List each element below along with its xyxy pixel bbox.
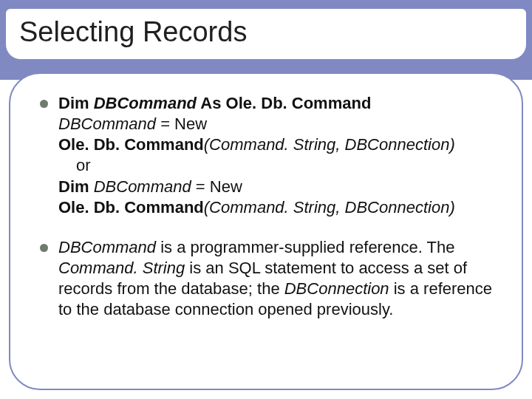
code-ident: DBCommand: [94, 177, 191, 196]
code-type: As Ole. Db. Command: [197, 94, 371, 112]
bullet-dot-icon: [40, 100, 48, 108]
code-keyword: Dim: [58, 94, 94, 112]
code-ident: DBCommand: [58, 115, 156, 133]
bullet-dot-icon: [40, 244, 48, 252]
bullet-item-2: DBCommand is a programmer-supplied refer…: [40, 237, 497, 321]
term-dbconnection: DBConnection: [284, 279, 389, 298]
bullet-list: Dim DBCommand As Ole. Db. Command DBComm…: [40, 93, 497, 340]
bullet-body: DBCommand is a programmer-supplied refer…: [58, 237, 497, 321]
bullet-body: Dim DBCommand As Ole. Db. Command DBComm…: [58, 93, 497, 218]
content-box: Dim DBCommand As Ole. Db. Command DBComm…: [9, 72, 523, 390]
term-dbcommand: DBCommand: [58, 238, 156, 256]
code-type: Ole. Db. Command: [58, 198, 204, 216]
code-type: Ole. Db. Command: [58, 135, 204, 154]
code-args: (Command. String, DBConnection): [204, 198, 455, 216]
slide-title: Selecting Records: [19, 16, 513, 48]
code-or: or: [58, 155, 497, 176]
explain-text: is a programmer-supplied reference. The: [156, 238, 454, 256]
code-args: (Command. String, DBConnection): [204, 135, 455, 154]
code-keyword: Dim: [58, 177, 94, 196]
title-plate: Selecting Records: [6, 9, 526, 59]
code-assign: = New: [156, 115, 207, 133]
code-assign: = New: [191, 177, 242, 196]
term-commandstring: Command. String: [58, 259, 185, 277]
bullet-item-1: Dim DBCommand As Ole. Db. Command DBComm…: [40, 93, 497, 218]
code-ident: DBCommand: [94, 94, 197, 112]
slide: Selecting Records Dim DBCommand As Ole. …: [0, 0, 532, 399]
